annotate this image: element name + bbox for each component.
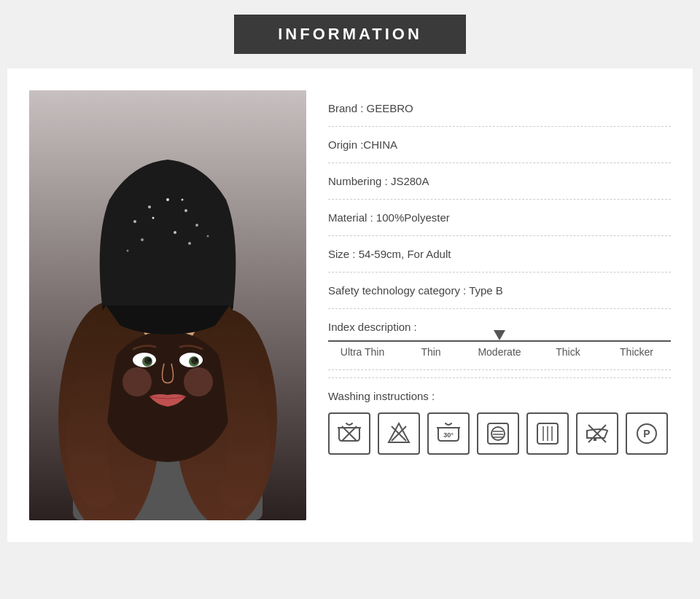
numbering-label: Numbering :	[328, 175, 391, 187]
size-value: 54-59cm, For Adult	[359, 248, 451, 260]
wash-icon-no-wash	[328, 412, 370, 455]
washing-section: Washing instructions :	[328, 377, 671, 455]
brand-value: GEEBRO	[367, 102, 413, 114]
svg-point-17	[152, 217, 155, 219]
wash-icon-no-dry	[477, 412, 519, 455]
wash-icon-no-iron	[576, 412, 618, 455]
thickness-thin: Thin	[397, 346, 465, 358]
svg-rect-46	[594, 438, 596, 441]
brand-row: Brand : GEEBRO	[328, 90, 671, 127]
svg-text:30°: 30°	[443, 431, 454, 439]
svg-point-28	[195, 359, 198, 361]
svg-point-14	[141, 238, 144, 241]
wash-icon-dry-clean: P	[626, 412, 668, 455]
thickness-ultra-thin: Ultra Thin	[328, 346, 397, 358]
header-section: INFORMATION	[0, 0, 700, 68]
thickness-indicator	[494, 330, 505, 340]
svg-point-15	[174, 231, 176, 234]
size-label: Size :	[328, 248, 359, 260]
thickness-moderate: Moderate	[465, 346, 534, 358]
thickness-thicker: Thicker	[602, 346, 671, 358]
size-row: Size : 54-59cm, For Adult	[328, 236, 671, 273]
origin-value: CHINA	[363, 138, 397, 151]
wash-icon-30: 30°	[427, 412, 470, 455]
material-row: Material : 100%Polyester	[328, 200, 671, 236]
thickness-labels: Ultra Thin Thin Moderate Thick Thicker	[328, 346, 671, 358]
svg-point-10	[148, 205, 151, 208]
product-image	[29, 90, 306, 520]
material-value: 100%Polyester	[376, 211, 450, 224]
product-image-inner	[29, 90, 306, 520]
washing-icons: 30°	[328, 412, 671, 455]
svg-text:P: P	[643, 428, 650, 439]
svg-point-16	[188, 242, 191, 245]
svg-point-18	[182, 199, 184, 201]
thickness-line	[328, 340, 671, 342]
origin-label: Origin :	[328, 138, 363, 151]
thickness-thick: Thick	[534, 346, 602, 358]
material-label: Material :	[328, 211, 376, 224]
page-title: INFORMATION	[234, 15, 466, 54]
washing-label: Washing instructions :	[328, 390, 671, 402]
thickness-slider: Ultra Thin Thin Moderate Thick Thicker	[328, 340, 671, 358]
svg-point-19	[127, 250, 129, 252]
svg-point-12	[184, 209, 187, 212]
main-content: Brand : GEEBRO Origin :CHINA Numbering :…	[7, 68, 693, 542]
origin-row: Origin :CHINA	[328, 127, 671, 163]
svg-point-11	[166, 198, 169, 201]
svg-point-29	[122, 367, 152, 396]
svg-point-38	[491, 427, 505, 440]
svg-point-20	[207, 235, 209, 238]
safety-row: Safety technology category : Type B	[328, 273, 671, 309]
svg-point-13	[195, 224, 198, 227]
product-photo-svg	[29, 90, 306, 520]
safety-value: Type B	[469, 284, 503, 297]
safety-label: Safety technology category :	[328, 284, 469, 297]
svg-point-27	[148, 359, 151, 361]
numbering-value: JS280A	[391, 175, 429, 187]
svg-point-30	[184, 367, 213, 396]
svg-point-9	[133, 220, 136, 223]
index-section: Index description : Ultra Thin Thin Mode…	[328, 309, 671, 358]
separator	[328, 369, 671, 370]
product-info: Brand : GEEBRO Origin :CHINA Numbering :…	[328, 90, 671, 520]
brand-label: Brand :	[328, 102, 367, 114]
wash-icon-steam	[526, 412, 569, 455]
numbering-row: Numbering : JS280A	[328, 163, 671, 200]
wash-icon-no-bleach	[378, 412, 420, 455]
